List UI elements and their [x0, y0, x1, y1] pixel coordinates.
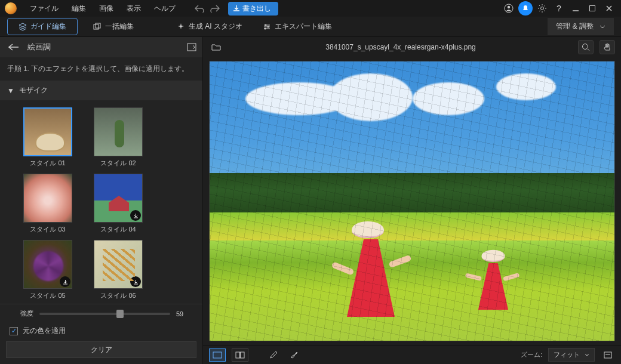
- close-icon[interactable]: [602, 1, 616, 16]
- svg-rect-3: [590, 6, 595, 11]
- svg-rect-12: [236, 352, 240, 358]
- app-logo: [5, 2, 17, 14]
- style-label: スタイル 02: [100, 159, 136, 168]
- export-label: 書き出し: [242, 4, 271, 14]
- redo-button[interactable]: [208, 1, 222, 16]
- intensity-label: 強度: [10, 309, 33, 318]
- help-icon[interactable]: ?: [552, 1, 566, 16]
- intensity-value: 59: [176, 310, 193, 317]
- settings-icon[interactable]: [535, 1, 549, 16]
- expert-label: エキスパート編集: [275, 21, 332, 32]
- sidebar: 絵画調 手順 1. 下のエフェクトを選択して、画像に適用します。 ▼ モザイク …: [0, 37, 203, 364]
- brush-icon[interactable]: [287, 348, 301, 362]
- canvas-header: 3841007_s_upscayl_4x_realesrgan-x4plus.p…: [203, 37, 621, 57]
- style-thumb: [23, 174, 72, 223]
- style-label: スタイル 05: [30, 291, 65, 300]
- back-button[interactable]: [6, 42, 21, 52]
- guide-edit-label: ガイド編集: [30, 21, 66, 32]
- svg-point-10: [583, 44, 588, 50]
- guide-edit-mode[interactable]: ガイド編集: [7, 18, 78, 35]
- style-thumb: [23, 107, 72, 156]
- magnifier-icon[interactable]: [578, 40, 594, 54]
- style-05[interactable]: スタイル 05: [21, 240, 74, 300]
- zoom-select[interactable]: フィット: [548, 348, 595, 362]
- intensity-slider[interactable]: [39, 313, 170, 315]
- controls-panel: 強度 59 ✓ 元の色を適用 クリア: [0, 304, 202, 364]
- download-icon: [60, 276, 70, 287]
- maximize-icon[interactable]: [585, 1, 600, 16]
- mosaic-overlay: [210, 61, 614, 341]
- sidebar-title: 絵画調: [27, 42, 181, 53]
- svg-rect-13: [241, 352, 245, 358]
- style-06[interactable]: スタイル 06: [92, 240, 145, 300]
- instruction-text: 手順 1. 下のエフェクトを選択して、画像に適用します。: [0, 57, 202, 81]
- style-thumb: [23, 240, 72, 289]
- chevron-down-icon: ▼: [7, 87, 14, 95]
- fullscreen-icon[interactable]: [601, 348, 615, 362]
- notification-icon[interactable]: [518, 1, 533, 16]
- minimize-icon[interactable]: [568, 1, 583, 16]
- manage-label: 管理 & 調整: [556, 21, 594, 32]
- svg-point-7: [268, 26, 269, 27]
- svg-rect-14: [604, 352, 611, 358]
- zoom-label: ズーム:: [521, 350, 542, 359]
- svg-point-2: [541, 7, 544, 10]
- hand-icon[interactable]: [600, 40, 615, 54]
- download-icon: [130, 210, 141, 221]
- style-thumb: [94, 107, 143, 156]
- expert-mode[interactable]: エキスパート編集: [258, 19, 337, 34]
- folder-icon[interactable]: [209, 40, 223, 54]
- style-label: スタイル 06: [100, 291, 136, 300]
- section-label: モザイク: [19, 85, 48, 95]
- canvas-footer: ズーム: フィット: [203, 345, 621, 364]
- image-canvas[interactable]: [209, 61, 615, 341]
- mode-toolbar: ガイド編集 一括編集 生成 AI スタジオ エキスパート編集 管理 & 調整: [0, 17, 621, 37]
- checkbox-label: 元の色を適用: [23, 326, 66, 335]
- view-single-icon[interactable]: [209, 348, 226, 362]
- checkbox-icon: ✓: [10, 327, 18, 335]
- ai-studio-mode[interactable]: 生成 AI スタジオ: [172, 19, 247, 34]
- style-label: スタイル 04: [100, 225, 136, 234]
- account-icon[interactable]: [502, 1, 516, 16]
- style-thumb: [94, 240, 143, 289]
- eyedropper-icon[interactable]: [266, 348, 281, 362]
- expand-panel-icon[interactable]: [187, 43, 196, 51]
- clear-button[interactable]: クリア: [6, 341, 196, 358]
- styles-grid: スタイル 01 スタイル 02 スタイル 03: [0, 100, 202, 304]
- style-label: スタイル 01: [30, 159, 65, 168]
- style-04[interactable]: スタイル 04: [92, 174, 145, 234]
- menubar: ファイル 編集 画像 表示 ヘルプ 書き出し ?: [0, 0, 621, 17]
- filename: 3841007_s_upscayl_4x_realesrgan-x4plus.p…: [229, 43, 572, 51]
- batch-mode[interactable]: 一括編集: [88, 19, 139, 34]
- clear-label: クリア: [91, 345, 112, 355]
- download-icon: [130, 276, 141, 287]
- style-02[interactable]: スタイル 02: [92, 107, 145, 168]
- menu-help[interactable]: ヘルプ: [148, 1, 182, 16]
- menu-file[interactable]: ファイル: [24, 1, 64, 16]
- export-button[interactable]: 書き出し: [228, 2, 278, 16]
- svg-point-6: [265, 24, 267, 26]
- manage-button[interactable]: 管理 & 調整: [548, 18, 614, 35]
- ai-studio-label: 生成 AI スタジオ: [189, 21, 242, 32]
- view-split-icon[interactable]: [232, 348, 248, 362]
- menu-view[interactable]: 表示: [121, 1, 147, 16]
- style-03[interactable]: スタイル 03: [21, 174, 74, 234]
- svg-point-1: [508, 6, 510, 8]
- svg-rect-4: [94, 24, 99, 29]
- style-label: スタイル 03: [30, 225, 65, 234]
- menu-edit[interactable]: 編集: [66, 1, 92, 16]
- batch-label: 一括編集: [105, 21, 134, 32]
- svg-rect-11: [213, 352, 222, 358]
- canvas-area: 3841007_s_upscayl_4x_realesrgan-x4plus.p…: [203, 37, 621, 364]
- menu-image[interactable]: 画像: [93, 1, 119, 16]
- zoom-value: フィット: [554, 350, 580, 359]
- svg-point-8: [265, 27, 266, 29]
- style-01[interactable]: スタイル 01: [21, 107, 74, 168]
- undo-button[interactable]: [192, 1, 207, 16]
- section-mosaic[interactable]: ▼ モザイク: [0, 81, 202, 100]
- svg-rect-5: [96, 23, 100, 28]
- sidebar-header: 絵画調: [0, 37, 202, 57]
- apply-original-color-checkbox[interactable]: ✓ 元の色を適用: [10, 324, 193, 341]
- style-thumb: [94, 174, 143, 223]
